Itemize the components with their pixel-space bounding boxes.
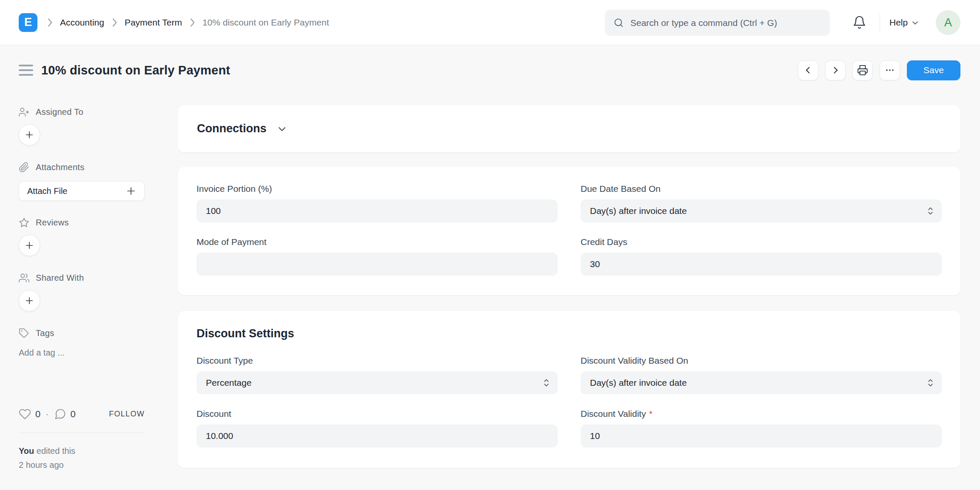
previous-document-button[interactable] bbox=[798, 60, 818, 80]
chevron-right-icon bbox=[47, 18, 53, 27]
invoice-portion-input[interactable] bbox=[197, 199, 558, 222]
discount-type-select[interactable]: Percentage bbox=[197, 371, 558, 394]
attach-file-button[interactable]: Attach File bbox=[19, 181, 145, 201]
discount-type-value: Percentage bbox=[206, 378, 251, 388]
print-button[interactable] bbox=[852, 60, 873, 80]
help-menu[interactable]: Help bbox=[889, 0, 919, 45]
form-main-area: Connections Invoice Portion (%) Due Date… bbox=[178, 105, 960, 468]
discount-type-label: Discount Type bbox=[197, 356, 558, 366]
shared-with-label: Shared With bbox=[36, 273, 84, 283]
discount-input[interactable] bbox=[197, 424, 558, 447]
app-header: E Accounting Payment Term 10% discount o… bbox=[0, 0, 980, 45]
user-plus-icon bbox=[19, 107, 29, 117]
save-button[interactable]: Save bbox=[907, 60, 960, 80]
save-button-label: Save bbox=[923, 65, 944, 75]
breadcrumb-payment-term[interactable]: Payment Term bbox=[125, 17, 182, 28]
attach-file-label: Attach File bbox=[27, 186, 67, 196]
discount-label: Discount bbox=[197, 409, 558, 419]
page-title: 10% discount on Early Payment bbox=[41, 63, 230, 77]
due-date-based-on-select[interactable]: Day(s) after invoice date bbox=[581, 199, 942, 222]
due-date-based-on-value: Day(s) after invoice date bbox=[590, 206, 687, 216]
breadcrumb-current-doc: 10% discount on Early Payment bbox=[202, 17, 329, 28]
add-tag-input[interactable]: Add a tag ... bbox=[19, 348, 145, 358]
search-placeholder: Search or type a command (Ctrl + G) bbox=[630, 18, 777, 28]
tags-label: Tags bbox=[36, 328, 54, 338]
discount-validity-label: Discount Validity * bbox=[581, 409, 942, 419]
page-title-row: 10% discount on Early Payment Save bbox=[19, 55, 960, 85]
plus-icon bbox=[25, 296, 34, 305]
follow-button[interactable]: FOLLOW bbox=[109, 410, 145, 419]
plus-icon bbox=[126, 186, 136, 196]
user-avatar[interactable]: A bbox=[936, 10, 960, 35]
notifications-bell-icon[interactable] bbox=[852, 15, 866, 29]
last-edited-info: You edited this 2 hours ago bbox=[19, 444, 145, 472]
connections-section-header[interactable]: Connections bbox=[178, 105, 960, 152]
chevron-right-icon bbox=[111, 18, 117, 27]
ellipsis-icon bbox=[885, 65, 895, 75]
breadcrumb-accounting[interactable]: Accounting bbox=[60, 17, 104, 28]
chevron-right-icon bbox=[831, 66, 840, 74]
assigned-to-section: Assigned To bbox=[19, 106, 145, 117]
attachments-section: Attachments bbox=[19, 162, 145, 173]
users-icon bbox=[19, 273, 29, 283]
comment-icon[interactable] bbox=[54, 408, 66, 420]
discount-validity-input[interactable] bbox=[581, 424, 942, 447]
add-assignment-button[interactable] bbox=[19, 124, 40, 145]
paperclip-icon bbox=[19, 162, 29, 173]
discount-settings-title: Discount Settings bbox=[197, 327, 942, 340]
discount-validity-based-on-label: Discount Validity Based On bbox=[581, 356, 942, 366]
plus-icon bbox=[25, 130, 34, 140]
sidebar-toggle-icon[interactable] bbox=[19, 65, 33, 76]
mode-of-payment-label: Mode of Payment bbox=[197, 237, 558, 247]
field-discount: Discount bbox=[197, 409, 558, 447]
breadcrumb: Accounting Payment Term 10% discount on … bbox=[47, 17, 329, 28]
credit-days-label: Credit Days bbox=[581, 237, 942, 247]
chevron-right-icon bbox=[189, 18, 195, 27]
assigned-to-label: Assigned To bbox=[36, 107, 83, 117]
edited-action: edited this bbox=[37, 446, 75, 456]
comments-count: 0 bbox=[71, 409, 76, 420]
chevron-down-icon[interactable] bbox=[277, 124, 287, 134]
field-discount-validity: Discount Validity * bbox=[581, 409, 942, 447]
social-row: 0 · 0 FOLLOW bbox=[19, 408, 145, 420]
next-document-button[interactable] bbox=[825, 60, 846, 80]
help-label: Help bbox=[889, 17, 908, 28]
connections-title: Connections bbox=[197, 122, 267, 135]
field-mode-of-payment: Mode of Payment bbox=[197, 237, 558, 276]
discount-validity-based-on-value: Day(s) after invoice date bbox=[590, 378, 687, 388]
select-stepper-icon bbox=[543, 377, 550, 388]
field-discount-validity-based-on: Discount Validity Based On Day(s) after … bbox=[581, 356, 942, 394]
discount-validity-based-on-select[interactable]: Day(s) after invoice date bbox=[581, 371, 942, 394]
select-stepper-icon bbox=[927, 205, 934, 217]
add-review-button[interactable] bbox=[19, 235, 40, 256]
tags-section: Tags bbox=[19, 328, 145, 339]
printer-icon bbox=[857, 65, 868, 76]
invoice-portion-label: Invoice Portion (%) bbox=[197, 184, 558, 194]
chevron-left-icon bbox=[804, 66, 812, 74]
shared-with-section: Shared With bbox=[19, 272, 145, 283]
edited-time: 2 hours ago bbox=[19, 460, 64, 470]
plus-icon bbox=[25, 241, 34, 250]
add-share-button[interactable] bbox=[19, 290, 40, 311]
menu-ellipsis-button[interactable] bbox=[880, 60, 900, 80]
field-discount-type: Discount Type Percentage bbox=[197, 356, 558, 394]
global-search-input[interactable]: Search or type a command (Ctrl + G) bbox=[605, 10, 830, 36]
dot-separator: · bbox=[46, 409, 48, 420]
app-logo[interactable]: E bbox=[19, 13, 37, 32]
likes-count: 0 bbox=[35, 409, 40, 420]
payment-terms-section: Invoice Portion (%) Due Date Based On Da… bbox=[178, 167, 960, 295]
attachments-label: Attachments bbox=[36, 162, 84, 172]
heart-icon[interactable] bbox=[19, 408, 31, 420]
mode-of-payment-input[interactable] bbox=[197, 253, 558, 276]
search-icon bbox=[613, 17, 624, 28]
credit-days-input[interactable] bbox=[581, 253, 942, 276]
sidebar-divider bbox=[19, 433, 145, 433]
discount-validity-label-text: Discount Validity bbox=[581, 409, 646, 419]
select-stepper-icon bbox=[927, 377, 934, 388]
edited-by: You bbox=[19, 446, 34, 456]
chevron-down-icon bbox=[912, 19, 919, 26]
required-asterisk: * bbox=[649, 409, 652, 419]
field-due-date-based-on: Due Date Based On Day(s) after invoice d… bbox=[581, 184, 942, 222]
due-date-based-on-label: Due Date Based On bbox=[581, 184, 942, 194]
document-toolbar: Save bbox=[798, 60, 960, 80]
